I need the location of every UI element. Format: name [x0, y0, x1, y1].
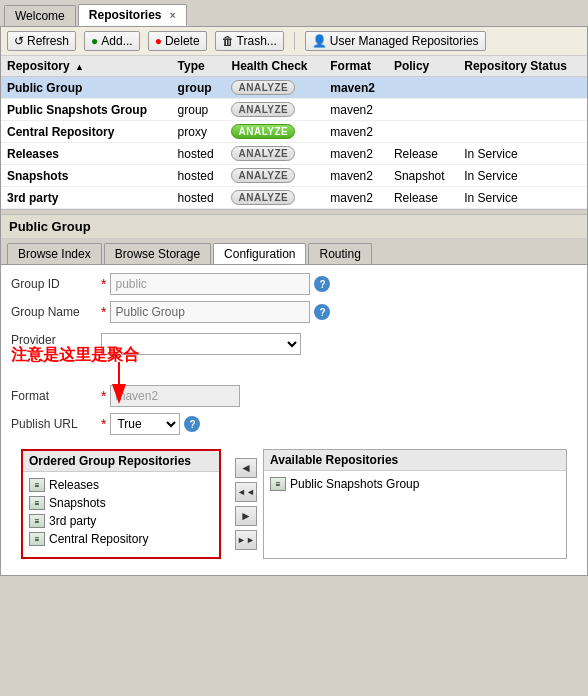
table-row[interactable]: Public Snapshots GroupgroupANALYZEmaven2: [1, 99, 587, 121]
publish-url-required: *: [101, 416, 106, 432]
row-health: ANALYZE: [225, 143, 324, 165]
bottom-panel: Public Group Browse Index Browse Storage…: [1, 215, 587, 575]
col-health-check: Health Check: [225, 56, 324, 77]
row-policy: Release: [388, 187, 458, 209]
group-name-input[interactable]: [110, 301, 310, 323]
row-policy: [388, 77, 458, 99]
list-item[interactable]: ≡Central Repository: [27, 530, 215, 548]
row-policy: [388, 99, 458, 121]
group-name-label: Group Name: [11, 305, 101, 319]
row-format: maven2: [324, 187, 388, 209]
item-label: Releases: [49, 478, 99, 492]
table-row[interactable]: SnapshotshostedANALYZEmaven2SnapshotIn S…: [1, 165, 587, 187]
row-policy: Release: [388, 143, 458, 165]
row-health: ANALYZE: [225, 121, 324, 143]
tab-routing[interactable]: Routing: [308, 243, 371, 264]
repo-icon: ≡: [29, 478, 45, 492]
move-right-end-button[interactable]: ►►: [235, 530, 257, 550]
row-name: Public Group: [1, 77, 172, 99]
move-left-button[interactable]: ◄: [235, 458, 257, 478]
table-row[interactable]: ReleaseshostedANALYZEmaven2ReleaseIn Ser…: [1, 143, 587, 165]
refresh-label: Refresh: [27, 34, 69, 48]
publish-url-row: Publish URL * True False ?: [11, 413, 577, 435]
available-repos-list: ≡Public Snapshots Group: [264, 471, 566, 497]
row-status: In Service: [458, 143, 587, 165]
table-row[interactable]: Central RepositoryproxyANALYZEmaven2: [1, 121, 587, 143]
tab-welcome[interactable]: Welcome: [4, 5, 76, 26]
repo-icon: ≡: [29, 514, 45, 528]
row-type: hosted: [172, 165, 226, 187]
row-format: maven2: [324, 77, 388, 99]
format-required: *: [101, 388, 106, 404]
row-status: [458, 77, 587, 99]
group-id-info-icon[interactable]: ?: [314, 276, 330, 292]
ordered-repos-title: Ordered Group Repositories: [23, 451, 219, 472]
item-label: Snapshots: [49, 496, 106, 510]
group-id-label: Group ID: [11, 277, 101, 291]
table-row[interactable]: 3rd partyhostedANALYZEmaven2ReleaseIn Se…: [1, 187, 587, 209]
delete-button[interactable]: ● Delete: [148, 31, 207, 51]
config-form: Group ID * ? Group Name * ? Provider 注意是…: [1, 265, 587, 575]
format-row: Format *: [11, 385, 577, 407]
repo-table: Repository ▲ Type Health Check Format Po…: [1, 56, 587, 209]
user-managed-label: User Managed Repositories: [330, 34, 479, 48]
row-type: group: [172, 77, 226, 99]
group-id-input[interactable]: [110, 273, 310, 295]
tab-close-icon[interactable]: ×: [170, 10, 176, 21]
provider-label: Provider: [11, 331, 101, 347]
add-button[interactable]: ● Add...: [84, 31, 140, 51]
item-label: 3rd party: [49, 514, 96, 528]
list-item[interactable]: ≡Releases: [27, 476, 215, 494]
tab-repositories[interactable]: Repositories ×: [78, 4, 187, 26]
group-name-info-icon[interactable]: ?: [314, 304, 330, 320]
tab-configuration[interactable]: Configuration: [213, 243, 306, 264]
analyze-button[interactable]: ANALYZE: [231, 124, 295, 139]
group-id-row: Group ID * ?: [11, 273, 577, 295]
row-health: ANALYZE: [225, 99, 324, 121]
publish-url-select[interactable]: True False: [110, 413, 180, 435]
user-managed-button[interactable]: 👤 User Managed Repositories: [305, 31, 486, 51]
row-format: maven2: [324, 99, 388, 121]
available-repos-title: Available Repositories: [264, 450, 566, 471]
repo-table-container: Repository ▲ Type Health Check Format Po…: [1, 56, 587, 209]
available-repos-box: Available Repositories ≡Public Snapshots…: [263, 449, 567, 559]
tab-browse-storage[interactable]: Browse Storage: [104, 243, 211, 264]
table-row[interactable]: Public GroupgroupANALYZEmaven2: [1, 77, 587, 99]
trash-label: Trash...: [237, 34, 277, 48]
analyze-button[interactable]: ANALYZE: [231, 102, 295, 117]
row-status: In Service: [458, 187, 587, 209]
main-content: ↺ Refresh ● Add... ● Delete 🗑 Trash... 👤…: [0, 26, 588, 576]
repo-groups-container: Ordered Group Repositories ≡Releases≡Sna…: [11, 441, 577, 567]
list-item[interactable]: ≡Snapshots: [27, 494, 215, 512]
analyze-button[interactable]: ANALYZE: [231, 190, 295, 205]
col-status: Repository Status: [458, 56, 587, 77]
provider-select[interactable]: [101, 333, 301, 355]
tab-repositories-label: Repositories: [89, 8, 162, 22]
row-name: Snapshots: [1, 165, 172, 187]
row-name: 3rd party: [1, 187, 172, 209]
analyze-button[interactable]: ANALYZE: [231, 168, 295, 183]
refresh-button[interactable]: ↺ Refresh: [7, 31, 76, 51]
row-format: maven2: [324, 165, 388, 187]
toolbar: ↺ Refresh ● Add... ● Delete 🗑 Trash... 👤…: [1, 27, 587, 56]
publish-url-info-icon[interactable]: ?: [184, 416, 200, 432]
list-item[interactable]: ≡Public Snapshots Group: [268, 475, 562, 493]
analyze-button[interactable]: ANALYZE: [231, 80, 295, 95]
row-status: In Service: [458, 165, 587, 187]
group-name-required: *: [101, 304, 106, 320]
bottom-panel-title: Public Group: [1, 215, 587, 239]
ordered-repos-box: Ordered Group Repositories ≡Releases≡Sna…: [21, 449, 221, 559]
row-health: ANALYZE: [225, 165, 324, 187]
tab-browse-index[interactable]: Browse Index: [7, 243, 102, 264]
col-repository[interactable]: Repository ▲: [1, 56, 172, 77]
repo-icon: ≡: [270, 477, 286, 491]
publish-url-label: Publish URL: [11, 417, 101, 431]
group-id-required: *: [101, 276, 106, 292]
move-left-end-button[interactable]: ◄◄: [235, 482, 257, 502]
analyze-button[interactable]: ANALYZE: [231, 146, 295, 161]
sort-arrow-icon: ▲: [75, 62, 84, 72]
list-item[interactable]: ≡3rd party: [27, 512, 215, 530]
trash-button[interactable]: 🗑 Trash...: [215, 31, 284, 51]
move-right-button[interactable]: ►: [235, 506, 257, 526]
row-name: Public Snapshots Group: [1, 99, 172, 121]
